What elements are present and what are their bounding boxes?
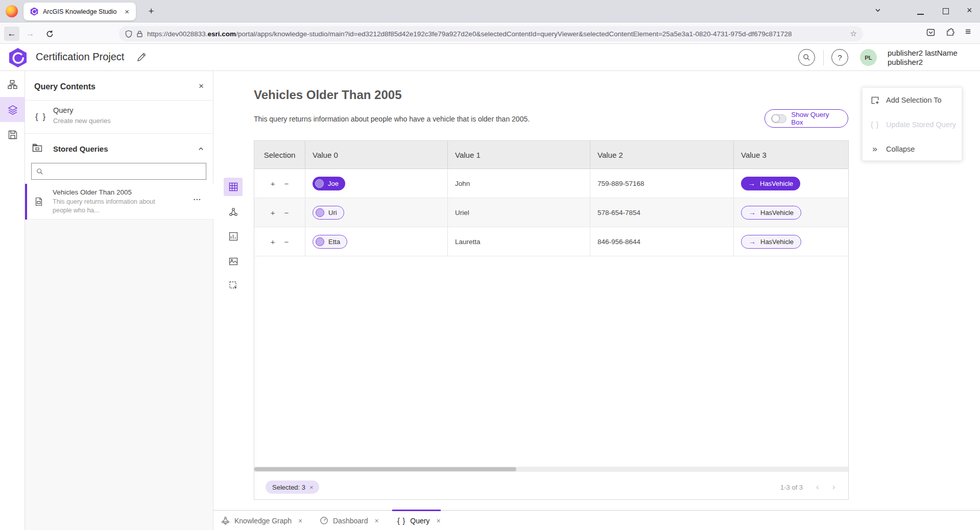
link-chart-view-button[interactable]: [224, 203, 243, 221]
add-selection-plus[interactable]: +: [271, 208, 275, 217]
stored-query-item[interactable]: Vehicles Older Than 2005 This query retu…: [25, 184, 213, 220]
value-cell: 759-889-57168: [590, 169, 734, 198]
contents-layers-icon[interactable]: [0, 97, 25, 122]
knowledge-studio-logo[interactable]: [9, 47, 27, 68]
stored-queries-search[interactable]: [31, 163, 206, 180]
prev-page-icon[interactable]: ‹: [816, 482, 819, 492]
menu-item-update-stored-query[interactable]: { } Update Stored Query: [863, 112, 963, 137]
arrow-right-icon: →: [749, 237, 756, 246]
hamburger-menu-icon[interactable]: ≡: [965, 26, 971, 37]
selection-cell: + −: [254, 227, 305, 256]
url-bar[interactable]: https://dev0028833.esri.com/portal/apps/…: [119, 26, 863, 41]
remove-selection-minus[interactable]: −: [284, 208, 289, 217]
user-menu[interactable]: publisher2 lastName publisher2: [888, 49, 958, 66]
tab-query[interactable]: { } Query ×: [397, 511, 441, 530]
collapse-section-chevron-icon[interactable]: [198, 146, 204, 152]
entity-dot-icon: [315, 179, 324, 188]
browser-tab[interactable]: ArcGIS Knowledge Studio ×: [23, 3, 136, 20]
menu-item-collapse[interactable]: » Collapse: [863, 137, 963, 161]
save-icon[interactable]: [0, 122, 25, 147]
table-row[interactable]: + − Joe John 759-889-57168 →HasVehicle: [254, 169, 848, 198]
bookmark-star-icon[interactable]: ☆: [850, 29, 857, 38]
tab-knowledge-graph[interactable]: Knowledge Graph ×: [221, 511, 302, 530]
selection-tool-button[interactable]: [224, 276, 243, 295]
avatar[interactable]: PL: [860, 49, 877, 66]
selected-count-chip[interactable]: Selected: 3 ×: [266, 480, 319, 494]
relationship-pill[interactable]: →HasVehicle: [741, 206, 801, 220]
menu-item-label: Add Selection To: [886, 96, 942, 104]
help-button[interactable]: ?: [831, 49, 848, 66]
divider: [25, 133, 213, 134]
window-maximize-button[interactable]: [943, 8, 949, 14]
entity-pill[interactable]: Uri: [313, 206, 344, 220]
forward-button[interactable]: →: [22, 27, 38, 41]
arrow-right-icon: →: [749, 208, 756, 216]
toggle-switch[interactable]: [771, 114, 786, 123]
horizontal-scrollbar[interactable]: [254, 467, 848, 472]
entity-pill[interactable]: Joe: [313, 177, 345, 190]
show-query-box-toggle[interactable]: Show Query Box: [764, 109, 848, 128]
map-view-button[interactable]: [224, 252, 243, 271]
next-page-icon[interactable]: ›: [832, 482, 835, 492]
item-options-kebab-icon[interactable]: •••: [194, 197, 201, 202]
tab-close-icon[interactable]: ×: [123, 7, 131, 16]
toggle-knob: [772, 114, 780, 123]
window-close-button[interactable]: ×: [967, 5, 972, 16]
dashboard-gauge-icon: [320, 516, 328, 525]
value-cell: Lauretta: [448, 227, 590, 256]
tab-dashboard[interactable]: Dashboard ×: [320, 511, 379, 530]
edit-project-pencil-icon[interactable]: [137, 53, 146, 62]
column-header[interactable]: Value 3: [734, 141, 848, 168]
stored-query-description: This query returns information about: [53, 198, 155, 205]
relationship-cell: →HasVehicle: [734, 198, 848, 227]
query-results-table: Selection Value 0 Value 1 Value 2 Value …: [254, 140, 849, 500]
list-tabs-icon[interactable]: [874, 7, 881, 14]
table-row[interactable]: + − Uri Uriel 578-654-7854 →HasVehicle: [254, 198, 848, 227]
relationship-pill[interactable]: →HasVehicle: [741, 177, 800, 190]
menu-item-add-selection-to[interactable]: Add Selection To: [863, 88, 963, 112]
app-header: Certification Project ? PL publisher2 la…: [0, 44, 980, 71]
knowledge-graph-icon: [221, 516, 230, 525]
firefox-icon[interactable]: [6, 5, 18, 17]
search-input[interactable]: [47, 167, 201, 175]
relationship-pill[interactable]: →HasVehicle: [741, 235, 801, 249]
user-name: publisher2 lastName: [888, 49, 958, 58]
scrollbar-thumb[interactable]: [254, 467, 516, 471]
entity-pill[interactable]: Etta: [313, 235, 347, 249]
extensions-puzzle-icon[interactable]: [946, 28, 954, 37]
column-header[interactable]: Selection: [254, 141, 305, 168]
search-button[interactable]: [798, 49, 815, 66]
lock-icon[interactable]: [136, 30, 143, 38]
permissions-shield-icon[interactable]: [125, 30, 132, 38]
column-header[interactable]: Value 2: [590, 141, 734, 168]
add-selection-plus[interactable]: +: [271, 237, 275, 246]
column-header[interactable]: Value 1: [448, 141, 590, 168]
stored-queries-list-background: [25, 220, 213, 530]
data-model-tree-icon[interactable]: [0, 72, 25, 97]
tab-label: Query: [410, 517, 429, 525]
stored-queries-folder-icon: [32, 143, 42, 152]
entity-cell: Etta: [305, 227, 448, 256]
pocket-icon[interactable]: [926, 28, 935, 37]
new-tab-button[interactable]: +: [144, 4, 158, 18]
table-row[interactable]: + − Etta Lauretta 846-956-8644 →HasVehic…: [254, 227, 848, 256]
close-tab-icon[interactable]: ×: [375, 517, 379, 525]
window-minimize-button[interactable]: [917, 14, 924, 15]
close-tab-icon[interactable]: ×: [298, 517, 302, 525]
remove-selection-minus[interactable]: −: [284, 237, 289, 246]
reload-button[interactable]: [42, 27, 57, 41]
close-tab-icon[interactable]: ×: [436, 517, 440, 525]
stored-query-doc-icon: [34, 197, 43, 206]
back-button[interactable]: ←: [4, 27, 19, 41]
column-header[interactable]: Value 0: [305, 141, 448, 168]
clear-selection-icon[interactable]: ×: [309, 484, 314, 491]
chart-view-button[interactable]: [224, 227, 243, 246]
browser-tab-strip: ArcGIS Knowledge Studio × + ×: [0, 0, 980, 22]
url-text: https://dev0028833.esri.com/portal/apps/…: [147, 30, 846, 38]
remove-selection-minus[interactable]: −: [284, 179, 289, 188]
query-item-subtitle: Create new queries: [53, 117, 111, 125]
table-view-button[interactable]: [224, 178, 243, 196]
add-selection-plus[interactable]: +: [271, 179, 275, 188]
panel-close-icon[interactable]: ×: [199, 81, 204, 91]
show-query-box-label: Show Query Box: [791, 111, 842, 126]
